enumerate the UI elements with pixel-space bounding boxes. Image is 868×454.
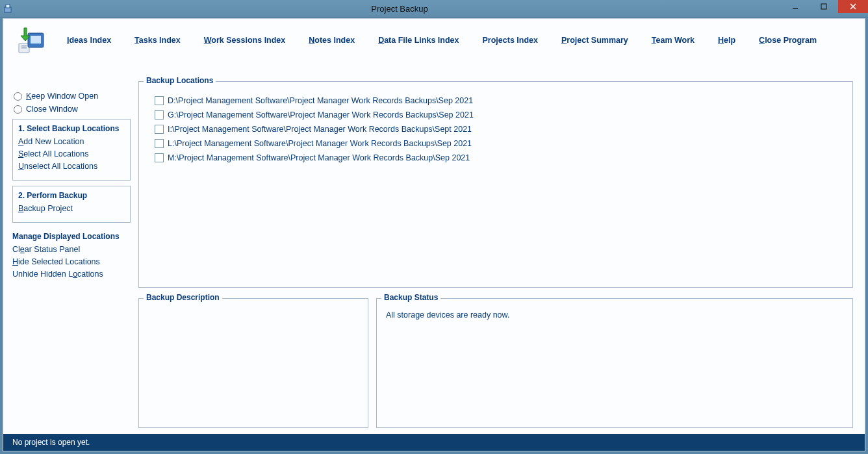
add-new-location-link[interactable]: Add New Location [18, 137, 125, 146]
backup-location-path: M:\Project Management Software\Project M… [168, 153, 470, 162]
backup-status-legend: Backup Status [381, 293, 440, 302]
close-window-radio[interactable]: Close Window [12, 105, 131, 114]
window-controls [781, 0, 868, 18]
backup-icon [15, 24, 47, 57]
keep-window-open-radio-input[interactable] [14, 92, 22, 101]
backup-location-checkbox[interactable] [155, 139, 164, 148]
close-button[interactable] [838, 0, 868, 13]
svg-rect-7 [21, 45, 27, 47]
select-backup-locations-group: 1. Select Backup Locations Add New Locat… [12, 119, 131, 181]
backup-location-path: L:\Project Management Software\Project M… [168, 139, 472, 148]
backup-location-checkbox[interactable] [155, 153, 164, 162]
backup-location-row[interactable]: I:\Project Management Software\Project M… [155, 125, 843, 134]
svg-rect-10 [31, 36, 41, 44]
backup-location-row[interactable]: G:\Project Management Software\Project M… [155, 110, 843, 120]
svg-rect-8 [21, 47, 27, 49]
app-small-icon [4, 4, 14, 14]
main-area: Backup Locations D:\Project Management S… [138, 81, 853, 427]
backup-location-checkbox[interactable] [155, 110, 164, 120]
menu-work-sessions-index[interactable]: Work Sessions Index [204, 36, 286, 45]
main-menu: Ideas IndexTasks IndexWork Sessions Inde… [67, 36, 817, 45]
backup-locations-panel: Backup Locations D:\Project Management S… [138, 81, 853, 288]
select-all-locations-link[interactable]: Select All Locations [18, 149, 125, 158]
statusbar-text: No project is open yet. [12, 438, 90, 447]
backup-status-panel: Backup Status All storage devices are re… [376, 298, 853, 428]
backup-location-checkbox[interactable] [155, 125, 164, 134]
svg-rect-3 [821, 4, 826, 9]
unselect-all-locations-link[interactable]: Unselect All Locations [18, 162, 125, 171]
window-title: Project Backup [18, 4, 781, 14]
window-body: Ideas IndexTasks IndexWork Sessions Inde… [3, 18, 865, 451]
titlebar: Project Backup [0, 0, 868, 18]
clear-status-panel-link[interactable]: Clear Status Panel [12, 245, 131, 254]
perform-backup-group: 2. Perform Backup Backup Project [12, 186, 131, 223]
menu-data-file-links-index[interactable]: Data File Links Index [378, 36, 459, 45]
backup-location-checkbox[interactable] [155, 96, 164, 105]
menu-projects-index[interactable]: Projects Index [483, 36, 538, 45]
backup-location-row[interactable]: M:\Project Management Software\Project M… [155, 153, 843, 162]
backup-location-path: G:\Project Management Software\Project M… [168, 110, 474, 120]
minimize-button[interactable] [781, 0, 810, 13]
keep-window-open-label: eep Window Open [31, 92, 98, 101]
statusbar: No project is open yet. [3, 434, 865, 451]
content-area: Keep Window Open Close Window 1. Select … [3, 81, 865, 434]
menu-help[interactable]: Help [718, 36, 735, 45]
keep-window-open-radio[interactable]: Keep Window Open [12, 92, 131, 101]
toolbar: Ideas IndexTasks IndexWork Sessions Inde… [3, 19, 865, 62]
hide-selected-locations-link[interactable]: Hide Selected Locations [12, 257, 131, 266]
backup-location-path: D:\Project Management Software\Project M… [168, 96, 473, 105]
unhide-hidden-locations-link[interactable]: Unhide Hidden Locations [12, 270, 131, 279]
select-backup-locations-header: 1. Select Backup Locations [18, 124, 125, 133]
backup-location-row[interactable]: L:\Project Management Software\Project M… [155, 139, 843, 148]
close-window-label: Close Window [26, 105, 78, 114]
backup-description-panel: Backup Description [138, 298, 368, 428]
backup-locations-legend: Backup Locations [144, 76, 216, 85]
perform-backup-header: 2. Perform Backup [18, 191, 125, 200]
backup-location-path: I:\Project Management Software\Project M… [168, 125, 472, 134]
menu-project-summary[interactable]: Project Summary [561, 36, 628, 45]
menu-ideas-index[interactable]: Ideas Index [67, 36, 111, 45]
sidebar: Keep Window Open Close Window 1. Select … [12, 92, 131, 282]
menu-close-program[interactable]: Close Program [759, 36, 817, 45]
backup-status-message: All storage devices are ready now. [386, 310, 843, 320]
backup-project-link[interactable]: Backup Project [18, 204, 125, 213]
menu-tasks-index[interactable]: Tasks Index [134, 36, 181, 45]
menu-notes-index[interactable]: Notes Index [309, 36, 355, 45]
close-window-radio-input[interactable] [14, 105, 22, 114]
menu-team-work[interactable]: Team Work [652, 36, 695, 45]
svg-rect-1 [6, 5, 10, 8]
manage-locations-header: Manage Displayed Locations [12, 232, 131, 241]
manage-locations-block: Manage Displayed Locations Clear Status … [12, 232, 131, 279]
backup-location-row[interactable]: D:\Project Management Software\Project M… [155, 96, 843, 105]
backup-locations-list: D:\Project Management Software\Project M… [148, 96, 843, 162]
maximize-button[interactable] [810, 0, 838, 13]
backup-description-legend: Backup Description [144, 293, 222, 302]
